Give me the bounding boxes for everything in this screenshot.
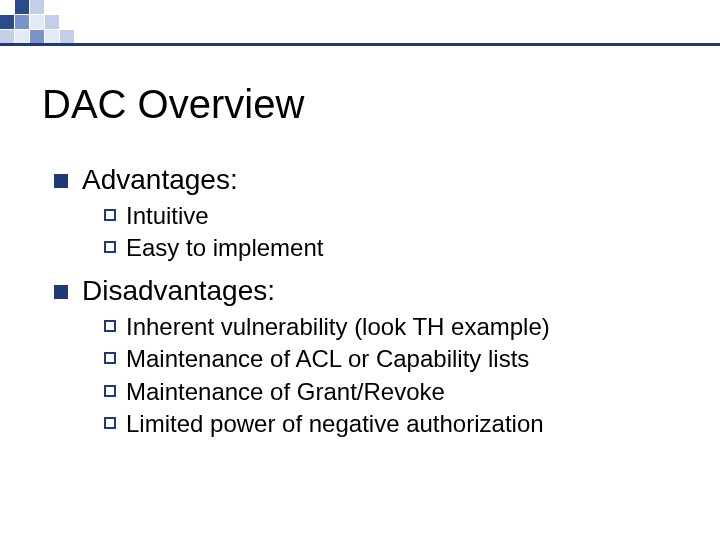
hollow-square-icon xyxy=(104,320,116,332)
slide-title: DAC Overview xyxy=(42,82,304,127)
list-item-text: Maintenance of Grant/Revoke xyxy=(126,376,445,408)
section-heading-text: Disadvantages: xyxy=(82,275,275,307)
decor-strip xyxy=(0,0,720,46)
decor-bar xyxy=(0,43,720,46)
slide: DAC Overview Advantages: Intuitive Easy … xyxy=(0,0,720,540)
list-item: Intuitive xyxy=(104,200,680,232)
list-item: Maintenance of Grant/Revoke xyxy=(104,376,680,408)
list-item: Easy to implement xyxy=(104,232,680,264)
square-bullet-icon xyxy=(54,174,68,188)
square-bullet-icon xyxy=(54,285,68,299)
list-item-text: Inherent vulnerability (look TH example) xyxy=(126,311,550,343)
hollow-square-icon xyxy=(104,241,116,253)
section-items: Inherent vulnerability (look TH example)… xyxy=(104,311,680,441)
list-item: Inherent vulnerability (look TH example) xyxy=(104,311,680,343)
hollow-square-icon xyxy=(104,385,116,397)
list-item-text: Maintenance of ACL or Capability lists xyxy=(126,343,529,375)
slide-content: Advantages: Intuitive Easy to implement … xyxy=(54,160,680,450)
hollow-square-icon xyxy=(104,352,116,364)
list-item-text: Easy to implement xyxy=(126,232,323,264)
decor-squares xyxy=(0,0,89,44)
list-item: Limited power of negative authorization xyxy=(104,408,680,440)
hollow-square-icon xyxy=(104,209,116,221)
section-heading: Advantages: xyxy=(54,164,680,196)
list-item-text: Limited power of negative authorization xyxy=(126,408,544,440)
section-heading-text: Advantages: xyxy=(82,164,238,196)
section-items: Intuitive Easy to implement xyxy=(104,200,680,265)
section-heading: Disadvantages: xyxy=(54,275,680,307)
hollow-square-icon xyxy=(104,417,116,429)
list-item-text: Intuitive xyxy=(126,200,209,232)
list-item: Maintenance of ACL or Capability lists xyxy=(104,343,680,375)
